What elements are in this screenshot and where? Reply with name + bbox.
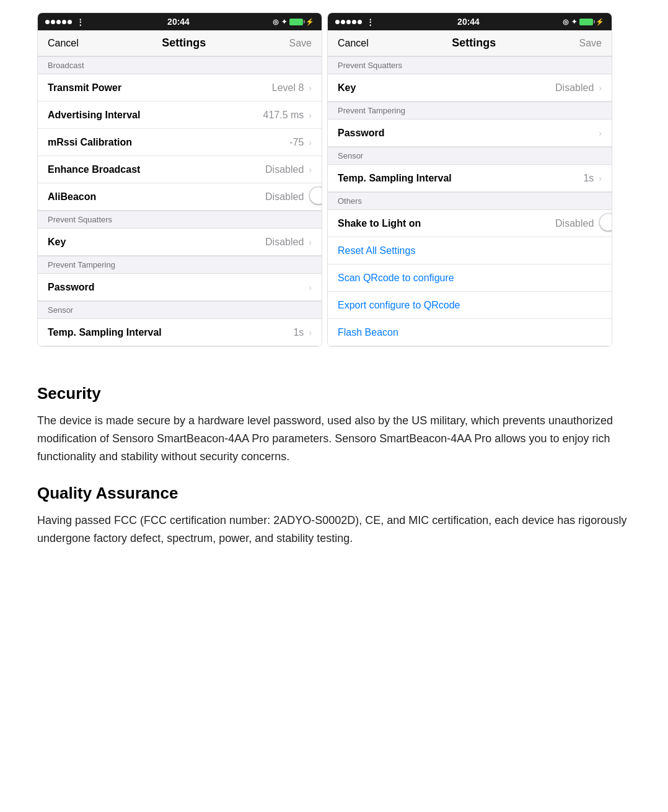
label-flash-beacon: Flash Beacon [338,327,398,338]
wifi-icon-left: ⋮ [76,17,84,27]
section-header-prevent-tampering-right: Prevent Tampering [328,102,612,120]
row-advertising-interval[interactable]: Advertising Interval 417.5 ms › [38,102,322,129]
chevron-key-left: › [309,237,312,247]
dot4 [62,20,66,24]
chevron-temp-sampling-right: › [599,173,602,183]
section-header-others-right: Others [328,192,612,210]
label-reset-all-settings: Reset All Settings [338,245,415,256]
row-enhance-broadcast[interactable]: Enhance Broadcast Disabled › [38,156,322,183]
chevron-advertising-interval: › [309,110,312,120]
toggle-knob-shake-to-light [600,214,612,230]
value-temp-sampling-left: 1s › [293,327,312,338]
label-shake-to-light: Shake to Light on [338,218,421,229]
toggle-alibeacon[interactable] [309,186,322,207]
settings-title-right: Settings [452,37,496,50]
battery-lightning-left: ⚡ [305,18,314,26]
settings-list-right: Prevent Squatters Key Disabled › Prevent… [328,56,612,346]
value-alibeacon: Disabled › [265,191,312,203]
row-temp-sampling-right[interactable]: Temp. Sampling Interval 1s › [328,165,612,192]
location-icon-right: ◎ [563,18,569,26]
chevron-password-right: › [599,128,602,138]
toggle-shake-to-light[interactable] [599,212,612,234]
value-transmit-power: Level 8 › [272,82,312,94]
row-key-left[interactable]: Key Disabled › [38,229,322,256]
row-reset-all-settings[interactable]: Reset All Settings [328,237,612,264]
row-password-left[interactable]: Password › [38,274,322,301]
row-export-configure[interactable]: Export configure to QRcode [328,292,612,319]
value-password-left: › [304,282,312,292]
chevron-transmit-power: › [309,83,312,93]
section-header-prevent-squatters-right: Prevent Squatters [328,56,612,74]
row-flash-beacon[interactable]: Flash Beacon [328,319,612,346]
signal-dots-right [335,20,362,24]
label-key-right: Key [338,82,356,94]
label-temp-sampling-right: Temp. Sampling Interval [338,173,452,184]
security-title: Security [37,384,631,403]
chevron-key-right: › [599,83,602,93]
wifi-icon-right: ⋮ [366,17,374,27]
dot1 [45,20,50,24]
toggle-switch-alibeacon[interactable] [309,186,322,205]
bluetooth-icon-right: ✦ [571,18,577,26]
label-scan-qrcode: Scan QRcode to configure [338,273,454,284]
toggle-switch-shake-to-light[interactable] [599,212,612,232]
label-advertising-interval: Advertising Interval [48,110,140,121]
value-key-left: Disabled › [265,237,312,248]
status-bar-right: ⋮ 20:44 ◎ ✦ ⚡ [328,13,612,30]
label-mrssi-calibration: mRssi Calibration [48,137,132,148]
label-temp-sampling-left: Temp. Sampling Interval [48,327,162,338]
dot3r [346,20,351,24]
right-phone: ⋮ 20:44 ◎ ✦ ⚡ Cancel Settings Save Prev [327,12,612,347]
row-transmit-power[interactable]: Transmit Power Level 8 › [38,74,322,102]
quality-title: Quality Assurance [37,484,631,503]
cancel-button-right[interactable]: Cancel [338,38,369,49]
save-button-right[interactable]: Save [579,38,602,49]
cancel-button-left[interactable]: Cancel [48,38,79,49]
security-body: The device is made secure by a hardware … [37,412,631,465]
nav-bar-right: Cancel Settings Save [328,30,612,56]
row-password-right[interactable]: Password › [328,120,612,147]
dot3 [56,20,61,24]
row-scan-qrcode[interactable]: Scan QRcode to configure [328,264,612,292]
status-left-left: ⋮ [45,17,84,27]
status-right-right: ◎ ✦ ⚡ [563,18,604,26]
value-temp-sampling-right: 1s › [583,173,602,184]
label-export-configure: Export configure to QRcode [338,300,460,311]
row-shake-to-light[interactable]: Shake to Light on Disabled › [328,210,612,237]
dot1r [335,20,340,24]
section-header-prevent-tampering-left: Prevent Tampering [38,256,322,274]
value-enhance-broadcast: Disabled › [265,164,312,175]
label-key-left: Key [48,237,66,248]
row-mrssi-calibration[interactable]: mRssi Calibration -75 › [38,129,322,156]
label-password-right: Password [338,128,385,139]
section-header-sensor-right: Sensor [328,147,612,165]
section-header-prevent-squatters-left: Prevent Squatters [38,211,322,229]
label-transmit-power: Transmit Power [48,82,121,94]
chevron-password-left: › [309,282,312,292]
row-key-right[interactable]: Key Disabled › [328,74,612,102]
dot5 [68,20,72,24]
quality-body: Having passed FCC (FCC certification num… [37,512,631,548]
section-header-broadcast: Broadcast [38,56,322,74]
value-password-right: › [594,128,602,138]
battery-left [289,19,303,25]
value-mrssi-calibration: -75 › [289,137,312,148]
location-icon-left: ◎ [273,18,279,26]
left-phone: ⋮ 20:44 ◎ ✦ ⚡ Cancel Settings Save Broa [37,12,322,347]
save-button-left[interactable]: Save [289,38,312,49]
row-alibeacon[interactable]: AliBeacon Disabled › [38,183,322,211]
battery-right [579,19,593,25]
nav-bar-left: Cancel Settings Save [38,30,322,56]
row-temp-sampling-left[interactable]: Temp. Sampling Interval 1s › [38,319,322,346]
settings-title-left: Settings [162,37,206,50]
status-right-left: ◎ ✦ ⚡ [273,18,314,26]
label-alibeacon: AliBeacon [48,191,96,203]
label-password-left: Password [48,282,95,293]
chevron-mrssi-calibration: › [309,138,312,147]
label-enhance-broadcast: Enhance Broadcast [48,164,140,175]
value-shake-to-light: Disabled › [555,218,602,229]
content-section: Security The device is made secure by a … [0,359,668,585]
settings-list-left: Broadcast Transmit Power Level 8 › Adver… [38,56,322,346]
battery-lightning-right: ⚡ [595,18,604,26]
dot2r [341,20,345,24]
